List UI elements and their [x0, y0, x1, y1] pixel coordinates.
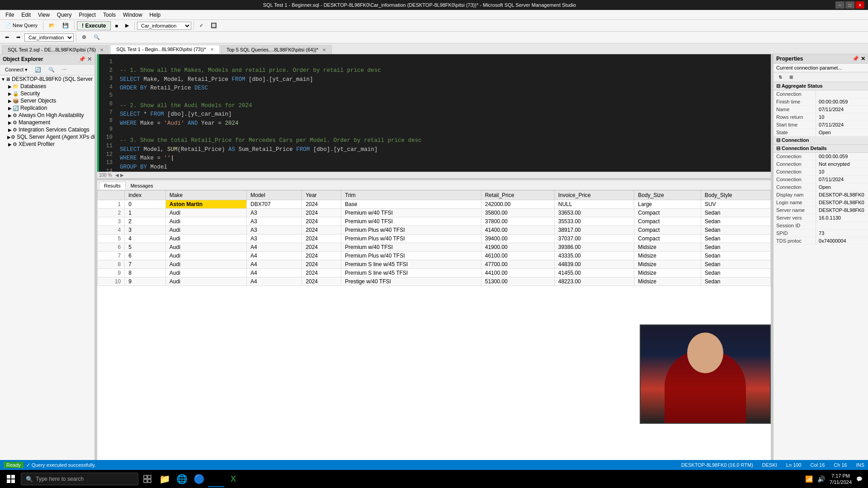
prop-pin-icon[interactable]: 📌	[852, 56, 859, 62]
prop-section-aggregate[interactable]: ⊟ Aggregate Status	[774, 82, 868, 90]
stop-button[interactable]: ■	[112, 22, 121, 30]
col-body-size[interactable]: Body_Size	[634, 191, 701, 200]
oe-server-objects[interactable]: ▶ 📦 Server Objects	[0, 97, 94, 104]
code-content[interactable]: -- 1. Show all the Makes, Models and ret…	[116, 58, 771, 168]
oe-close-icon[interactable]: ✕	[87, 56, 92, 62]
back-button[interactable]: ⬅	[2, 33, 12, 42]
col-year[interactable]: Year	[302, 191, 341, 200]
tab-1[interactable]: SQL Test 1 - Begin...8L98FK0\pitsi (73))…	[110, 45, 220, 54]
save-button[interactable]: 💾	[59, 21, 72, 30]
tab-1-close[interactable]: ✕	[210, 47, 214, 52]
oe-management-expand[interactable]: ▶	[7, 120, 13, 125]
cell-trim-2: Premium w/40 TFSI	[341, 217, 481, 226]
row-num-3: 4	[98, 226, 125, 235]
oe-sqlagent-expand[interactable]: ▶	[7, 135, 11, 140]
minimize-button[interactable]: −	[835, 1, 844, 9]
sql-editor[interactable]: 12345678910111213141516171819202122 -- 1…	[99, 54, 771, 172]
results-tab[interactable]: Results	[99, 182, 126, 190]
oe-xevent[interactable]: ▶ ⚙ XEvent Profiler	[0, 141, 94, 148]
oe-replication[interactable]: ▶ 🔄 Replication	[0, 104, 94, 112]
prop-section-conn-details[interactable]: ⊟ Connection Details	[774, 145, 868, 153]
oe-databases[interactable]: ▶ 📁 Databases	[0, 83, 94, 90]
oe-server[interactable]: ▼ 🖥 DESKTOP-8L98FK0 (SQL Server 16.0.113…	[0, 75, 94, 83]
tab-2[interactable]: Top 5 SQL Queries....8L98FK0\pitsi (64))…	[221, 45, 332, 54]
menu-query[interactable]: Query	[53, 11, 75, 19]
database-selector[interactable]: Car_information	[137, 22, 191, 30]
col-invoice-price[interactable]: Invoice_Price	[554, 191, 634, 200]
menu-help[interactable]: Help	[146, 11, 165, 19]
menu-project[interactable]: Project	[75, 11, 99, 19]
task-view-button[interactable]	[139, 471, 156, 487]
new-query-button[interactable]: 📄 New Query	[2, 21, 41, 30]
tab-0-close[interactable]: ✕	[100, 47, 104, 52]
oe-integration-expand[interactable]: ▶	[7, 127, 13, 132]
taskbar-app-misc2[interactable]: ⚙	[259, 471, 276, 487]
cell-year-0: 2024	[302, 200, 341, 209]
prop-close-icon[interactable]: ✕	[861, 56, 865, 62]
prop-section-connection[interactable]: ⊟ Connection	[774, 136, 868, 145]
menu-window[interactable]: Window	[119, 11, 146, 19]
toolbar2-btn2[interactable]: 🔍	[90, 33, 103, 42]
oe-always-on-expand[interactable]: ▶	[7, 113, 13, 118]
close-button[interactable]: ✕	[855, 1, 864, 9]
col-body-style[interactable]: Body_Style	[701, 191, 770, 200]
oe-always-on[interactable]: ▶ ⚙ Always On High Availability	[0, 112, 94, 119]
col-make[interactable]: Make	[165, 191, 246, 200]
oe-security[interactable]: ▶ 🔒 Security	[0, 90, 94, 97]
taskbar-app-explorer[interactable]: 📁	[156, 471, 173, 487]
oe-management[interactable]: ▶ ⚙ Management	[0, 119, 94, 126]
menu-edit[interactable]: Edit	[18, 11, 34, 19]
messages-tab[interactable]: Messages	[126, 182, 158, 190]
oe-connect-button[interactable]: Connect ▾	[2, 66, 31, 74]
server-selector[interactable]: Car_information	[24, 33, 74, 42]
results-button[interactable]: 🔲	[208, 21, 220, 30]
oe-pin-icon[interactable]: 📌	[79, 56, 85, 62]
taskbar-app-misc1[interactable]: 🛡	[242, 471, 259, 487]
taskbar-app-chrome[interactable]: 🌐	[174, 471, 190, 487]
open-button[interactable]: 📂	[46, 21, 58, 30]
properties-panel: Properties 📌 ✕ Current connection parame…	[773, 54, 868, 460]
oe-content: ▼ 🖥 DESKTOP-8L98FK0 (SQL Server 16.0.113…	[0, 75, 94, 460]
oe-filter-button[interactable]: 🔍	[45, 66, 58, 74]
oe-security-label: Security	[20, 90, 40, 97]
forward-button[interactable]: ➡	[13, 33, 24, 42]
debug-button[interactable]: ▶	[122, 21, 132, 30]
oe-security-expand[interactable]: ▶	[7, 91, 13, 96]
col-trim[interactable]: Trim	[341, 191, 481, 200]
menu-file[interactable]: File	[2, 11, 18, 19]
start-button[interactable]	[2, 471, 20, 487]
oe-server-expand[interactable]: ▼	[1, 77, 5, 82]
taskbar-network-icon[interactable]: 📶	[805, 475, 813, 483]
oe-databases-expand[interactable]: ▶	[7, 84, 13, 89]
tab-0[interactable]: SQL Test 2.sql - DE...8L98FK0\pitsi (76)…	[2, 45, 109, 54]
oe-refresh-button[interactable]: 🔄	[32, 66, 44, 74]
col-retail-price[interactable]: Retail_Price	[481, 191, 554, 200]
oe-xevent-expand[interactable]: ▶	[7, 142, 13, 147]
taskbar-clock[interactable]: 7:17 PM 7/11/2024	[830, 473, 852, 486]
taskbar-sound-icon[interactable]: 🔊	[817, 475, 825, 483]
menu-view[interactable]: View	[34, 11, 53, 19]
oe-sqlagent[interactable]: ▶ ⚙ SQL Server Agent (Agent XPs disabled…	[0, 133, 94, 141]
taskbar-notification-icon[interactable]: 💬	[856, 476, 863, 482]
toolbar2-btn1[interactable]: ⚙	[79, 33, 90, 42]
taskbar-app-excel[interactable]: X	[225, 471, 241, 487]
col-model[interactable]: Model	[246, 191, 302, 200]
prop-group-button[interactable]: ⊞	[786, 73, 796, 81]
col-index[interactable]: index	[125, 191, 166, 200]
oe-integration[interactable]: ▶ ⚙ Integration Services Catalogs	[0, 126, 94, 133]
prop-sort-button[interactable]: ⇅	[775, 73, 785, 81]
execute-button[interactable]: ! Execute	[77, 21, 111, 30]
oe-replication-expand[interactable]: ▶	[7, 106, 13, 111]
cell-bodysize-6: Midsize	[634, 252, 701, 260]
parse-button[interactable]: ✓	[196, 21, 207, 30]
oe-server-objects-expand[interactable]: ▶	[7, 99, 13, 103]
maximize-button[interactable]: □	[845, 1, 854, 9]
taskbar-app-edge[interactable]: 🔵	[191, 471, 207, 487]
menu-tools[interactable]: Tools	[99, 11, 119, 19]
taskbar-app-ssms[interactable]: 🗃	[208, 471, 224, 487]
taskbar-search[interactable]: 🔍 Type here to search	[21, 473, 138, 485]
tab-2-close[interactable]: ✕	[322, 47, 326, 52]
cell-make-9: Audi	[165, 277, 246, 286]
oe-more-button[interactable]: ⋯	[59, 66, 70, 74]
cell-trim-6: Premium Plus w/40 TFSI	[341, 252, 481, 260]
